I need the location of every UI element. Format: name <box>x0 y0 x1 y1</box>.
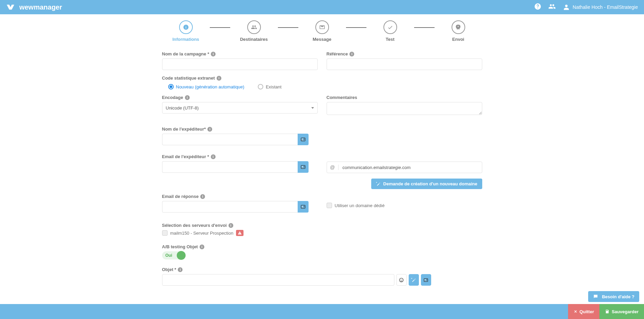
close-icon <box>574 309 578 314</box>
reply-email-label: Email de réponse <box>162 194 199 199</box>
info-icon[interactable]: i <box>211 52 216 56</box>
step-test[interactable]: Test <box>366 20 414 42</box>
encoding-select[interactable]: Unicode (UTF-8) <box>162 102 318 114</box>
info-icon[interactable]: i <box>178 267 183 272</box>
sender-email-label: Email de l'expéditeur * <box>162 154 209 159</box>
encoding-label: Encodage <box>162 95 183 100</box>
stat-code-radio-new[interactable]: Nouveau (génération automatique) <box>168 84 245 89</box>
reply-email-picker-button[interactable] <box>298 201 308 213</box>
domain-select[interactable]: @ communication.emailstrategie.com <box>327 162 482 173</box>
users-icon[interactable] <box>548 3 556 12</box>
campaign-name-label: Nom de la campagne * <box>162 51 209 56</box>
reply-email-input[interactable] <box>162 201 298 213</box>
top-bar: wewmanager Nathalie Hoch - EmailStrategi… <box>0 0 644 14</box>
reference-input[interactable] <box>327 58 482 70</box>
quit-button[interactable]: Quitter <box>568 304 600 319</box>
help-icon[interactable] <box>534 3 541 12</box>
servers-label: Sélection des serveurs d'envoi <box>162 223 227 228</box>
dedicated-domain-checkbox[interactable] <box>327 203 332 208</box>
step-informations[interactable]: Informations <box>162 20 210 42</box>
new-domain-request-button[interactable]: Demande de création d'un nouveau domaine <box>371 179 482 189</box>
sender-email-input[interactable] <box>162 161 298 173</box>
ab-testing-label: A/B testing Objet <box>162 244 198 249</box>
comments-label: Commentaires <box>327 95 357 100</box>
server-item-label: mailm150 - Serveur Prospection <box>170 231 234 236</box>
subject-magic-button[interactable] <box>409 274 419 286</box>
info-icon[interactable]: i <box>200 245 204 249</box>
subject-input[interactable] <box>162 274 394 286</box>
stat-code-radio-existing[interactable]: Existant <box>258 84 281 89</box>
user-name-label: Nathalie Hoch - EmailStrategie <box>573 4 638 10</box>
step-envoi[interactable]: Envoi <box>435 20 482 42</box>
info-icon[interactable]: i <box>185 95 190 100</box>
sender-name-picker-button[interactable] <box>298 134 308 145</box>
step-destinataires[interactable]: Destinataires <box>230 20 278 42</box>
sender-name-label: Nom de l'expéditeur* <box>162 127 206 132</box>
info-icon[interactable]: i <box>211 154 216 159</box>
footer-bar <box>0 304 644 319</box>
subject-label: Objet * <box>162 267 176 272</box>
info-icon[interactable]: i <box>229 223 233 228</box>
save-icon <box>605 309 610 314</box>
stat-code-label: Code statistique extranet <box>162 75 215 81</box>
subject-contact-button[interactable] <box>421 274 431 286</box>
info-icon[interactable]: i <box>200 194 205 199</box>
info-icon[interactable]: i <box>217 76 221 81</box>
emoji-button[interactable] <box>396 274 407 286</box>
server-checkbox[interactable] <box>162 230 168 236</box>
info-icon[interactable]: i <box>349 52 354 56</box>
help-widget[interactable]: Besoin d'aide ? <box>588 291 639 302</box>
app-logo[interactable]: wewmanager <box>6 3 62 11</box>
reference-label: Référence <box>327 51 348 56</box>
sender-email-picker-button[interactable] <box>298 161 308 173</box>
info-icon[interactable]: i <box>207 127 212 132</box>
sender-name-input[interactable] <box>162 134 298 145</box>
wizard-stepper: Informations Destinataires Message Test … <box>0 20 644 42</box>
dedicated-domain-label: Utiliser un domaine dédié <box>335 203 385 208</box>
person-icon <box>563 3 570 11</box>
caret-down-icon <box>311 107 314 109</box>
current-user[interactable]: Nathalie Hoch - EmailStrategie <box>563 3 638 11</box>
warning-icon[interactable] <box>236 230 244 236</box>
step-message[interactable]: Message <box>298 20 346 42</box>
campaign-name-input[interactable] <box>162 58 318 70</box>
save-button[interactable]: Sauvegarder <box>599 304 644 319</box>
at-symbol: @ <box>327 165 339 170</box>
comments-textarea[interactable] <box>327 102 482 115</box>
ab-testing-toggle[interactable]: Oui <box>162 251 185 259</box>
chat-icon <box>593 294 598 299</box>
